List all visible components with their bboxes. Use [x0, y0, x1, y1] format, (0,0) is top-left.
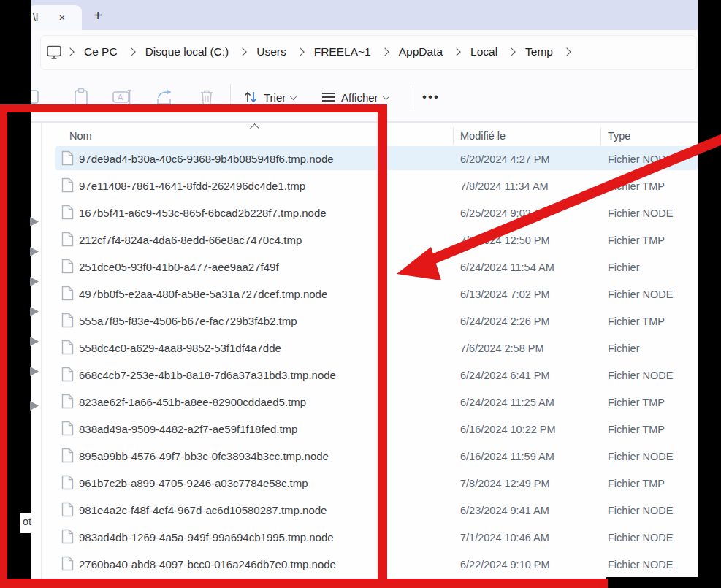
file-icon [61, 421, 74, 439]
column-separator[interactable] [453, 127, 454, 145]
file-type: Fichier TMP [608, 397, 665, 408]
file-modified-date: 7/1/2024 10:46 AM [460, 532, 549, 543]
more-options-button[interactable]: ••• [418, 84, 444, 110]
file-name: 981e4a2c-f48f-4ef4-967d-ac6d10580287.tmp… [79, 504, 327, 516]
tab-bar: \l × + [0, 0, 721, 30]
file-type: Fichier TMP [608, 424, 665, 435]
file-icon [61, 177, 74, 196]
table-row[interactable]: 555a7f85-f83e-4506-b67e-fac729b3f4b2.tmp… [42, 310, 698, 337]
share-icon [155, 88, 175, 107]
file-name: 668c4cb7-253e-4b1b-8a18-7d6a37a31bd3.tmp… [79, 369, 336, 381]
file-type: Fichier TMP [608, 316, 665, 327]
file-name: 961b7c2b-a899-4705-9246-a03c7784e58c.tmp [79, 477, 308, 489]
file-icon [61, 448, 74, 466]
file-modified-date: 6/24/2024 2:26 PM [460, 316, 550, 327]
file-name: 838ad49a-9509-4482-a2f7-ae59f1f18fed.tmp [79, 423, 297, 435]
tab-title: \l [33, 12, 38, 23]
file-name: 555a7f85-f83e-4506-b67e-fac729b3f4b2.tmp [79, 315, 297, 327]
table-row[interactable]: 981e4a2c-f48f-4ef4-967d-ac6d10580287.tmp… [42, 500, 698, 527]
file-type: Fichier TMP [608, 478, 665, 489]
breadcrumb-item[interactable]: Disque local (C:) [136, 42, 239, 61]
sort-label: Trier [264, 91, 286, 104]
file-modified-date: 7/8/2024 11:34 AM [460, 180, 549, 192]
breadcrumb-chevron-icon [381, 47, 389, 56]
file-modified-date: 6/22/2024 9:10 PM [460, 559, 550, 570]
rename-icon: A [112, 88, 133, 106]
table-row[interactable]: 838ad49a-9509-4482-a2f7-ae59f1f18fed.tmp… [42, 419, 698, 446]
file-type: Fichier [608, 261, 640, 273]
file-type: Fichier [608, 343, 640, 354]
trash-icon [199, 88, 215, 107]
file-icon [61, 232, 74, 250]
file-icon [61, 205, 74, 223]
breadcrumb-item[interactable]: AppData [389, 42, 452, 61]
file-name: 97de9ad4-b30a-40c6-9368-9b4b085948f6.tmp… [79, 153, 334, 165]
breadcrumb-chevron-icon [562, 47, 571, 56]
file-modified-date: 6/25/2024 9:03 AM [460, 207, 549, 219]
table-row[interactable]: 961b7c2b-a899-4705-9246-a03c7784e58c.tmp… [42, 473, 698, 500]
file-modified-date: 7/8/2024 12:49 PM [460, 478, 550, 489]
view-label: Afficher [341, 91, 378, 104]
file-name: 558dc4c0-a629-4aa8-9852-53f1df4a7dde [79, 342, 281, 354]
file-modified-date: 7/6/2024 2:58 PM [460, 343, 543, 354]
column-header-type[interactable]: Type [608, 130, 630, 142]
table-row[interactable]: 97e11408-7861-4641-8fdd-262496dc4de1.tmp… [42, 175, 698, 202]
table-row[interactable]: 251dce05-93f0-41b0-a477-aee9aa27f49f6/24… [42, 256, 698, 283]
toolbar-separator [411, 84, 411, 110]
file-icon [61, 150, 74, 169]
file-modified-date: 6/24/2024 11:25 AM [460, 397, 554, 408]
column-separator[interactable] [600, 127, 601, 145]
file-icon [61, 556, 74, 574]
table-row[interactable]: 97de9ad4-b30a-40c6-9368-9b4b085948f6.tmp… [42, 148, 698, 175]
more-options-icon: ••• [422, 90, 440, 104]
file-type: Fichier NODE [608, 370, 673, 381]
file-explorer-window: \l × + Ce PCDisque local (C:)UsersFREELA… [0, 0, 721, 588]
breadcrumb-item[interactable]: Local [461, 42, 507, 61]
breadcrumb-chevron-icon [507, 47, 515, 56]
table-row[interactable]: 2760ba40-abd8-4097-bcc0-016a246db7e0.tmp… [42, 554, 698, 581]
file-icon [61, 286, 74, 304]
file-type: Fichier NODE [608, 451, 673, 462]
file-modified-date: 6/13/2024 7:02 PM [460, 289, 550, 300]
breadcrumb-item[interactable]: Users [247, 42, 295, 61]
file-modified-date: 6/24/2024 6:41 PM [460, 370, 550, 381]
file-type: Fichier TMP [608, 234, 665, 246]
file-name: 167b5f41-a6c9-453c-865f-6bcad2b228f7.tmp… [79, 207, 327, 219]
annotation-rect-bottom [0, 579, 608, 588]
file-modified-date: 6/16/2024 10:22 PM [460, 424, 556, 435]
redaction-bottom-right [606, 577, 721, 588]
table-row[interactable]: 823ae62f-1a66-451b-a8ee-82900cddaed5.tmp… [42, 392, 698, 419]
table-row[interactable]: 558dc4c0-a629-4aa8-9852-53f1df4a7dde7/6/… [42, 337, 698, 364]
new-tab-button[interactable]: + [88, 5, 108, 26]
file-name: 2760ba40-abd8-4097-bcc0-016a246db7e0.tmp… [79, 558, 336, 570]
table-row[interactable]: 983ad4db-1269-4a5a-949f-99a694cb1995.tmp… [42, 527, 698, 554]
file-type: Fichier NODE [608, 505, 673, 516]
file-modified-date: 6/23/2024 9:41 AM [460, 505, 549, 516]
breadcrumb-item[interactable]: Ce PC [75, 42, 127, 61]
file-modified-date: 7/8/2024 12:50 PM [460, 234, 550, 246]
breadcrumb-chevron-icon [127, 47, 135, 56]
file-name: 212cf7f4-824a-4da6-8edd-66e8ac7470c4.tmp [79, 234, 302, 246]
file-icon [61, 367, 74, 385]
file-name: 97e11408-7861-4641-8fdd-262496dc4de1.tmp [79, 180, 305, 192]
file-name: 823ae62f-1a66-451b-a8ee-82900cddaed5.tmp [79, 396, 306, 408]
file-icon [61, 475, 74, 493]
explorer-tab[interactable]: \l × [28, 5, 82, 30]
table-row[interactable]: 497bb0f5-e2aa-480f-a58e-5a31a727dcef.tmp… [42, 283, 698, 310]
breadcrumb-item[interactable]: Temp [516, 42, 562, 61]
table-row[interactable]: 212cf7f4-824a-4da6-8edd-66e8ac7470c4.tmp… [42, 229, 698, 256]
svg-text:A: A [118, 93, 123, 102]
breadcrumb-item[interactable]: FREELA~1 [305, 42, 381, 61]
file-type: Fichier NODE [608, 532, 673, 543]
file-icon [61, 259, 74, 277]
table-row[interactable]: 895a99bb-4576-49f7-bb3c-0fc38934b3cc.tmp… [42, 446, 698, 473]
tab-close-icon[interactable]: × [53, 9, 72, 26]
file-modified-date: 6/16/2024 11:59 AM [460, 451, 554, 462]
column-header-name[interactable]: Nom [69, 130, 92, 142]
table-row[interactable]: 668c4cb7-253e-4b1b-8a18-7d6a37a31bd3.tmp… [42, 364, 698, 392]
table-row[interactable]: 167b5f41-a6c9-453c-865f-6bcad2b228f7.tmp… [42, 202, 698, 229]
breadcrumb-chevron-icon [239, 47, 247, 56]
file-icon [61, 340, 74, 358]
file-icon [61, 502, 74, 520]
column-header-modified[interactable]: Modifié le [460, 130, 506, 142]
